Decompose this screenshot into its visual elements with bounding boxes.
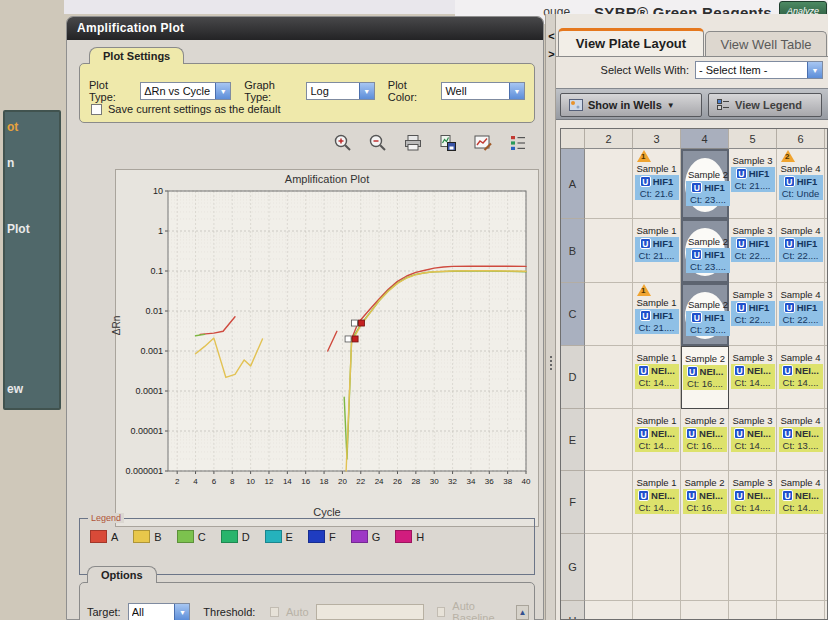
amplification-chart[interactable]: 1010.10.010.0010.00010.000010.0000012468… — [116, 187, 540, 499]
well-E6[interactable]: Sample 4UNEI...Ct: 13.... — [777, 409, 825, 471]
zoom-in-icon[interactable] — [332, 133, 354, 153]
well-C4[interactable]: Sample 2UHIF1Ct: 23.... — [681, 283, 729, 346]
save-default-checkbox[interactable] — [91, 104, 102, 115]
well-F2[interactable] — [585, 471, 633, 534]
well-H3[interactable] — [633, 601, 681, 620]
select-wells-dropdown[interactable]: - Select Item - ▼ — [695, 61, 823, 79]
well-H4[interactable] — [681, 601, 729, 620]
well-B3[interactable]: Sample 1UHIF1Ct: 21.... — [633, 219, 681, 283]
zoom-out-icon[interactable] — [367, 133, 389, 153]
well-E5[interactable]: Sample 3UNEI...Ct: 14.... — [729, 409, 777, 471]
row-header-D[interactable]: D — [561, 346, 585, 409]
well-D5[interactable]: Sample 3UNEI...Ct: 14.... — [729, 346, 777, 409]
well-sample-name: Sample 4 — [777, 225, 824, 236]
threshold-input[interactable] — [316, 604, 424, 620]
row-header-E[interactable]: E — [561, 409, 585, 471]
edit-graph-icon[interactable] — [472, 133, 494, 153]
sidebar-item-ot[interactable]: ot — [7, 120, 18, 134]
view-legend-button[interactable]: View Legend — [708, 93, 822, 117]
column-header-4[interactable]: 4 — [681, 129, 729, 149]
sidebar-item-ew[interactable]: ew — [7, 382, 23, 396]
well-C5[interactable]: Sample 3UHIF1Ct: 22.... — [729, 283, 777, 346]
well-F3[interactable]: Sample 1UNEI...Ct: 14.... — [633, 471, 681, 534]
well-detector-name: HIF1 — [797, 238, 818, 249]
panel-divider[interactable]: < > — [545, 14, 556, 620]
auto-baseline-checkbox[interactable] — [437, 607, 446, 617]
plot-color-select[interactable]: Well ▼ — [441, 82, 525, 100]
chevron-down-icon[interactable]: ▼ — [807, 62, 822, 78]
well-G2[interactable] — [585, 534, 633, 601]
auto-threshold-checkbox[interactable] — [270, 607, 279, 617]
well-E2[interactable] — [585, 409, 633, 471]
column-header-2[interactable]: 2 — [585, 129, 633, 149]
well-detector-name: NEI... — [747, 428, 771, 439]
legend-item-G: G — [351, 530, 381, 543]
column-header-5[interactable]: 5 — [729, 129, 777, 149]
well-G5[interactable] — [729, 534, 777, 601]
chevron-down-icon[interactable]: ▼ — [215, 83, 230, 99]
well-G6[interactable] — [777, 534, 825, 601]
well-E4[interactable]: Sample 2UNEI...Ct: 16.... — [681, 409, 729, 471]
tab-view-well-table[interactable]: View Well Table — [705, 31, 827, 56]
well-H2[interactable] — [585, 601, 633, 620]
well-detector-chip: UHIF1Ct: 21.... — [731, 167, 775, 192]
well-C2[interactable] — [585, 283, 633, 346]
well-H6[interactable] — [777, 601, 825, 620]
row-header-H[interactable]: H — [561, 601, 585, 620]
well-H5[interactable] — [729, 601, 777, 620]
scroll-up-icon[interactable]: ▲ — [516, 605, 529, 620]
well-D3[interactable]: Sample 1UNEI...Ct: 14.... — [633, 346, 681, 409]
chevron-down-icon[interactable]: ▼ — [359, 83, 374, 99]
well-A4[interactable]: Sample 2UHIF1Ct: 23.... — [681, 149, 729, 219]
tab-view-plate-layout[interactable]: View Plate Layout — [558, 28, 704, 56]
sidebar-item-n[interactable]: n — [7, 156, 14, 170]
well-detector-chip: UHIF1Ct: 23.... — [686, 181, 730, 206]
row-header-C[interactable]: C — [561, 283, 585, 346]
chevron-down-icon[interactable]: ▼ — [174, 604, 189, 620]
copy-plot-icon[interactable] — [437, 133, 459, 153]
chevron-down-icon[interactable]: ▼ — [509, 83, 524, 99]
well-G3[interactable] — [633, 534, 681, 601]
row-header-G[interactable]: G — [561, 534, 585, 601]
sidebar-item-Plot[interactable]: Plot — [7, 222, 30, 236]
graph-type-select[interactable]: Log ▼ — [306, 82, 374, 100]
column-header-6[interactable]: 6 — [777, 129, 825, 149]
well-A6[interactable]: 2Sample 4UHIF1Ct: Unde — [777, 149, 825, 219]
splitter-handle-icon[interactable] — [549, 356, 552, 372]
target-select[interactable]: All ▼ — [128, 603, 191, 620]
well-B5[interactable]: Sample 3UHIF1Ct: 22.... — [729, 219, 777, 283]
well-C6[interactable]: Sample 4UHIF1Ct: 22.... — [777, 283, 825, 346]
well-E3[interactable]: Sample 1UNEI...Ct: 14.... — [633, 409, 681, 471]
column-header-3[interactable]: 3 — [633, 129, 681, 149]
well-D4[interactable]: Sample 2UNEI...Ct: 16.... — [681, 346, 729, 409]
legend-list-icon[interactable] — [507, 133, 529, 153]
well-A5[interactable]: Sample 3UHIF1Ct: 21.... — [729, 149, 777, 219]
show-in-wells-button[interactable]: Show in Wells ▼ — [560, 93, 702, 117]
collapse-left-icon[interactable]: < — [547, 30, 556, 42]
well-ct-value: Ct: 22.... — [779, 250, 823, 261]
row-header-F[interactable]: F — [561, 471, 585, 534]
well-A3[interactable]: 1Sample 1UHIF1Ct: 21.6 — [633, 149, 681, 219]
well-G4[interactable] — [681, 534, 729, 601]
well-ct-value: Ct: 23.... — [686, 194, 730, 205]
well-F4[interactable]: Sample 2UNEI...Ct: 16.... — [681, 471, 729, 534]
options-tab[interactable]: Options — [87, 566, 157, 583]
plot-type-select[interactable]: ΔRn vs Cycle ▼ — [140, 82, 231, 100]
well-sample-name: Sample 2 — [686, 299, 730, 310]
print-icon[interactable] — [402, 133, 424, 153]
well-A2[interactable] — [585, 149, 633, 219]
well-D2[interactable] — [585, 346, 633, 409]
well-C3[interactable]: 1Sample 1UHIF1Ct: 21.... — [633, 283, 681, 346]
well-B6[interactable]: Sample 4UHIF1Ct: 22.... — [777, 219, 825, 283]
well-D6[interactable]: Sample 4UNEI...Ct: 14.... — [777, 346, 825, 409]
well-F6[interactable]: Sample 4UNEI...Ct: 14.... — [777, 471, 825, 534]
row-header-A[interactable]: A — [561, 149, 585, 219]
expand-right-icon[interactable]: > — [547, 48, 556, 60]
plot-settings-tab[interactable]: Plot Settings — [89, 47, 184, 64]
well-B4[interactable]: Sample 2UHIF1Ct: 23.... — [681, 219, 729, 283]
well-sample-name: Sample 3 — [729, 225, 776, 236]
plate-icon — [569, 99, 583, 111]
row-header-B[interactable]: B — [561, 219, 585, 283]
well-B2[interactable] — [585, 219, 633, 283]
well-F5[interactable]: Sample 3UNEI...Ct: 14.... — [729, 471, 777, 534]
